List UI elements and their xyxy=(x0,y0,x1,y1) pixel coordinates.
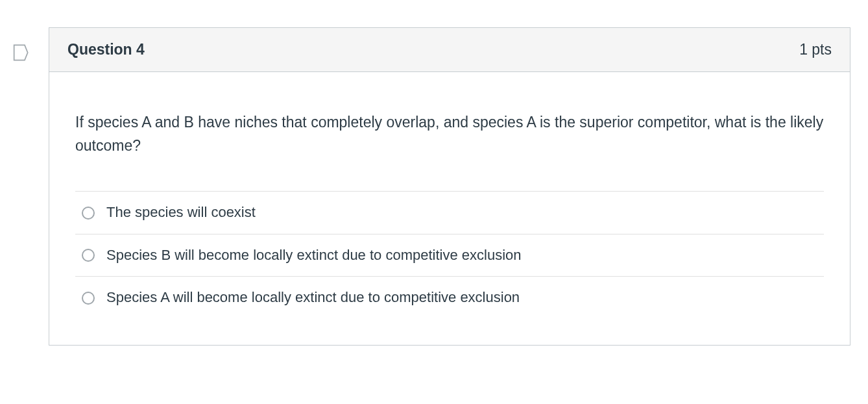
answer-option[interactable]: Species B will become locally extinct du… xyxy=(75,234,824,277)
question-card: Question 4 1 pts If species A and B have… xyxy=(49,27,850,346)
radio-icon xyxy=(82,249,95,262)
answer-text: The species will coexist xyxy=(106,203,256,222)
answer-option[interactable]: Species A will become locally extinct du… xyxy=(75,277,824,319)
answer-text: Species B will become locally extinct du… xyxy=(106,246,522,265)
answer-text: Species A will become locally extinct du… xyxy=(106,288,520,307)
radio-icon xyxy=(82,292,95,305)
question-title: Question 4 xyxy=(67,41,145,58)
question-header: Question 4 1 pts xyxy=(49,28,850,72)
bookmark-icon[interactable] xyxy=(11,44,29,62)
answer-option[interactable]: The species will coexist xyxy=(75,192,824,234)
question-body: If species A and B have niches that comp… xyxy=(49,72,850,345)
question-text: If species A and B have niches that comp… xyxy=(75,111,824,157)
radio-icon xyxy=(82,207,95,220)
answer-list: The species will coexist Species B will … xyxy=(75,191,824,319)
question-points: 1 pts xyxy=(799,41,832,58)
